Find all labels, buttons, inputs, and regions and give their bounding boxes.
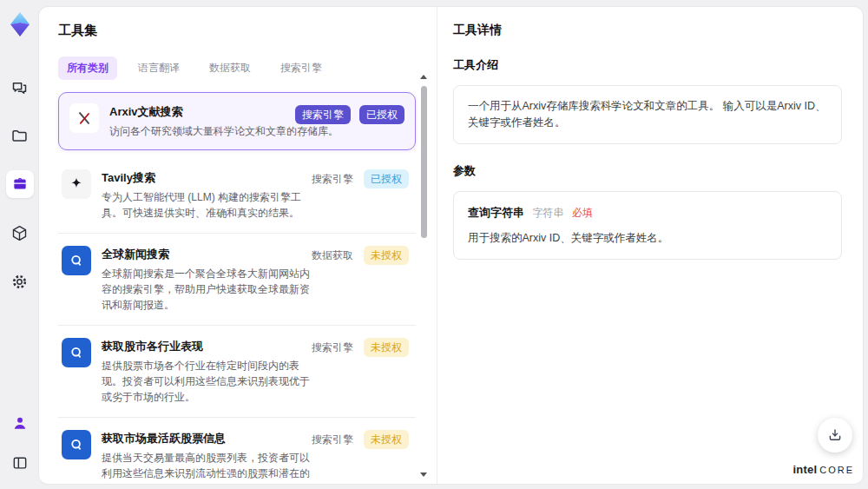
auth-status-badge: 已授权 bbox=[364, 169, 409, 188]
category-badge: 搜索引擎 bbox=[295, 105, 351, 124]
auth-status-badge: 已授权 bbox=[359, 105, 404, 124]
tool-card-most-active-stocks[interactable]: 获取市场最活跃股票信息 提供当天交易量最高的股票列表，投资者可以利用这些信息来识… bbox=[58, 418, 416, 484]
tool-card-list: Arxiv文献搜索 访问各个研究领域大量科学论文和文章的存储库。 搜索引擎 已授… bbox=[58, 92, 416, 484]
tool-description: 提供股票市场各个行业在特定时间段内的表现。投资者可以利用这些信息来识别表现优于或… bbox=[102, 358, 319, 405]
sidebar-item-models[interactable] bbox=[6, 219, 34, 247]
scroll-down-icon[interactable] bbox=[420, 472, 427, 477]
tool-details-panel: 工具详情 工具介绍 一个用于从Arxiv存储库搜索科学论文和文章的工具。 输入可… bbox=[437, 7, 863, 484]
tool-title: 获取股市各行业表现 bbox=[102, 338, 319, 354]
tab-all-categories[interactable]: 所有类别 bbox=[58, 56, 117, 80]
left-rail bbox=[0, 0, 39, 489]
briefcase-icon bbox=[11, 175, 29, 193]
card-body: 获取市场最活跃股票信息 提供当天交易量最高的股票列表，投资者可以利用这些信息来识… bbox=[102, 430, 319, 484]
sidebar-item-files[interactable] bbox=[6, 122, 34, 149]
card-tags: 搜索引擎 未授权 bbox=[310, 430, 409, 449]
tool-description: 提供当天交易量最高的股票列表，投资者可以利用这些信息来识别流动性强的股票和潜在的… bbox=[102, 450, 319, 484]
sidebar-item-toolbox[interactable] bbox=[6, 170, 34, 198]
card-tags: 数据获取 未授权 bbox=[310, 246, 409, 265]
category-badge: 数据获取 bbox=[310, 246, 355, 265]
required-badge: 必填 bbox=[572, 207, 593, 219]
tool-card-tavily[interactable]: Tavily搜索 专为人工智能代理 (LLM) 构建的搜索引擎工具。可快速提供实… bbox=[58, 157, 416, 234]
tool-title: Tavily搜索 bbox=[102, 169, 319, 186]
download-icon bbox=[827, 427, 843, 443]
tool-card-arxiv[interactable]: Arxiv文献搜索 访问各个研究领域大量科学论文和文章的存储库。 搜索引擎 已授… bbox=[58, 92, 416, 150]
blue-app-icon bbox=[62, 338, 91, 367]
tab-search-engine[interactable]: 搜索引擎 bbox=[272, 56, 331, 80]
auth-status-badge: 未授权 bbox=[364, 338, 409, 357]
parameter-name: 查询字符串 bbox=[468, 206, 524, 219]
scrollbar-thumb[interactable] bbox=[421, 86, 427, 238]
tool-description: 专为人工智能代理 (LLM) 构建的搜索引擎工具。可快速提供实时、准确和真实的结… bbox=[102, 189, 319, 221]
panel-collapse-icon bbox=[11, 454, 29, 472]
category-tabs: 所有类别 语言翻译 数据获取 搜索引擎 bbox=[58, 56, 416, 80]
params-heading: 参数 bbox=[453, 163, 842, 179]
user-icon bbox=[11, 414, 29, 432]
sidebar-item-user[interactable] bbox=[6, 409, 34, 437]
tool-card-sector-performance[interactable]: 获取股市各行业表现 提供股票市场各个行业在特定时间段内的表现。投资者可以利用这些… bbox=[58, 326, 416, 418]
parameter-description: 用于搜索的Arxiv ID、关键字或作者姓名。 bbox=[468, 230, 827, 247]
card-tags: 搜索引擎 已授权 bbox=[310, 169, 409, 188]
card-body: 获取股市各行业表现 提供股票市场各个行业在特定时间段内的表现。投资者可以利用这些… bbox=[102, 338, 319, 405]
page-title: 工具集 bbox=[58, 23, 416, 39]
card-tags: 搜索引擎 未授权 bbox=[310, 338, 409, 357]
app-logo-icon[interactable] bbox=[6, 10, 34, 38]
tool-intro-text: 一个用于从Arxiv存储库搜索科学论文和文章的工具。 输入可以是Arxiv ID… bbox=[468, 100, 826, 129]
auth-status-badge: 未授权 bbox=[364, 430, 409, 449]
details-title: 工具详情 bbox=[453, 23, 842, 38]
chat-icon bbox=[10, 78, 29, 96]
arxiv-icon bbox=[69, 103, 99, 133]
tool-description: 全球新闻搜索是一个聚合全球各大新闻网站内容的搜索引擎，帮助用户快速获取全球最新资… bbox=[102, 266, 319, 313]
parameter-header: 查询字符串 字符串 必填 bbox=[468, 204, 827, 221]
folder-icon bbox=[10, 127, 29, 145]
category-badge: 搜索引擎 bbox=[310, 169, 355, 188]
tools-list-panel: 工具集 所有类别 语言翻译 数据获取 搜索引擎 Arxiv文献搜索 访问各个研究… bbox=[39, 7, 437, 484]
tab-language-translation[interactable]: 语言翻译 bbox=[129, 56, 188, 80]
scroll-up-icon[interactable] bbox=[420, 75, 427, 79]
rail-bottom bbox=[6, 409, 34, 477]
brand-core: CORE bbox=[819, 465, 854, 475]
parameter-box: 查询字符串 字符串 必填 用于搜索的Arxiv ID、关键字或作者姓名。 bbox=[453, 191, 842, 260]
sidebar-item-collapse[interactable] bbox=[6, 449, 34, 477]
download-button[interactable] bbox=[818, 418, 852, 453]
category-badge: 搜索引擎 bbox=[310, 430, 355, 449]
card-body: Tavily搜索 专为人工智能代理 (LLM) 构建的搜索引擎工具。可快速提供实… bbox=[102, 169, 319, 221]
tool-card-global-news[interactable]: 全球新闻搜索 全球新闻搜索是一个聚合全球各大新闻网站内容的搜索引擎，帮助用户快速… bbox=[58, 234, 416, 326]
parameter-type: 字符串 bbox=[532, 207, 563, 219]
card-tags: 搜索引擎 已授权 bbox=[295, 105, 404, 124]
intel-core-logo: intelCORE bbox=[792, 461, 854, 477]
brand-intel: intel bbox=[792, 463, 817, 476]
sidebar-item-settings[interactable] bbox=[6, 268, 34, 295]
tool-title: 全球新闻搜索 bbox=[102, 246, 319, 262]
intro-heading: 工具介绍 bbox=[453, 57, 842, 73]
tool-intro-box: 一个用于从Arxiv存储库搜索科学论文和文章的工具。 输入可以是Arxiv ID… bbox=[453, 85, 842, 144]
tab-data-fetch[interactable]: 数据获取 bbox=[201, 56, 260, 80]
tool-description: 访问各个研究领域大量科学论文和文章的存储库。 bbox=[109, 123, 339, 139]
list-scrollbar[interactable] bbox=[419, 75, 428, 477]
sidebar-item-chat[interactable] bbox=[6, 73, 34, 101]
cube-icon bbox=[10, 224, 29, 242]
category-badge: 搜索引擎 bbox=[310, 338, 355, 357]
card-body: 全球新闻搜索 全球新闻搜索是一个聚合全球各大新闻网站内容的搜索引擎，帮助用户快速… bbox=[102, 246, 319, 313]
auth-status-badge: 未授权 bbox=[364, 246, 409, 265]
tool-title: 获取市场最活跃股票信息 bbox=[102, 430, 319, 446]
rail-nav bbox=[6, 73, 34, 295]
star-icon bbox=[62, 169, 91, 199]
blue-app-icon bbox=[62, 430, 91, 459]
gear-icon bbox=[10, 273, 29, 291]
main-content: 工具集 所有类别 语言翻译 数据获取 搜索引擎 Arxiv文献搜索 访问各个研究… bbox=[39, 7, 863, 484]
blue-app-icon bbox=[62, 246, 91, 275]
